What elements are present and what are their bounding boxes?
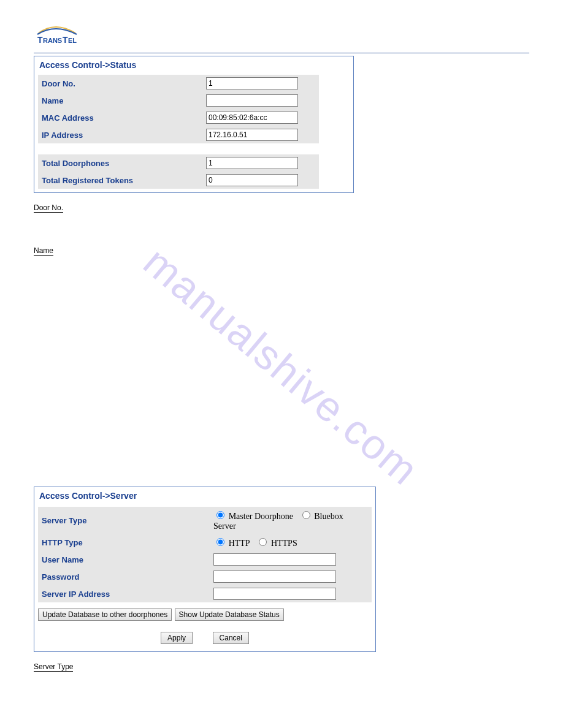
svg-text:T: T [63, 35, 68, 45]
table-row: Name [38, 92, 319, 109]
desc-mac-head: MAC Address [34, 289, 79, 298]
table-row: Server Type Master Doorphone Bluebox Ser… [38, 507, 372, 534]
desc-name-head: Name [34, 246, 53, 256]
door-no-label: Door No. [38, 75, 202, 92]
total-doorphones-input[interactable] [206, 157, 298, 169]
table-row: Password [38, 568, 372, 585]
mac-address-input[interactable] [206, 112, 298, 124]
desc-total-body: Displays the total number of doorphones … [34, 373, 529, 395]
cancel-button[interactable]: Cancel [213, 632, 249, 644]
http-type-https-radio[interactable] [259, 538, 267, 546]
desc-name-body: Displays the Doorphone Name provisioned … [34, 257, 529, 279]
svg-text:EL: EL [68, 37, 77, 44]
http-type-label: HTTP Type [38, 534, 210, 551]
server-section-body: The Server page is used to create an acc… [34, 415, 529, 437]
svg-text:T: T [37, 35, 43, 45]
mac-address-label: MAC Address [38, 109, 202, 126]
server-panel-title: Access Control->Server [34, 487, 375, 507]
server-type-master-radio[interactable] [216, 511, 224, 519]
desc-door-no-head: Door No. [34, 203, 63, 213]
server-section-head: 6.2 Server [34, 405, 67, 414]
status-panel: Access Control->Status Door No. Name MAC… [34, 56, 354, 193]
ip-address-label: IP Address [38, 126, 202, 143]
table-row: HTTP Type HTTP HTTPS [38, 534, 372, 551]
http-type-https-label: HTTPS [271, 539, 297, 548]
server-ip-input[interactable] [213, 588, 336, 600]
desc-ip-head: IP Address [34, 320, 69, 329]
desc-door-no-body: This field displays the door number that… [34, 214, 529, 236]
user-name-label: User Name [38, 551, 210, 568]
password-label: Password [38, 568, 210, 585]
total-doorphones-label: Total Doorphones [38, 154, 202, 172]
show-update-status-button[interactable]: Show Update Database Status [175, 609, 284, 621]
divider [34, 53, 529, 53]
table-row: User Name [38, 551, 372, 568]
table-row: Total Registered Tokens [38, 172, 319, 189]
status-panel-title: Access Control->Status [34, 56, 353, 75]
user-name-input[interactable] [213, 553, 336, 566]
server-type-master-label: Master Doorphone [229, 512, 293, 521]
apply-button[interactable]: Apply [161, 632, 193, 644]
table-row: Total Doorphones [38, 154, 319, 172]
server-panel: Access Control->Server Server Type Maste… [34, 487, 376, 652]
http-type-http-label: HTTP [229, 539, 250, 548]
table-row: MAC Address [38, 109, 319, 126]
svg-text:RANS: RANS [43, 37, 62, 44]
server-ip-label: Server IP Address [38, 585, 210, 602]
brand-logo: T RANS T EL [34, 25, 89, 47]
name-label: Name [38, 92, 202, 109]
table-row: IP Address [38, 126, 319, 143]
server-type-label: Server Type [38, 507, 210, 534]
status-table: Door No. Name MAC Address IP Address [38, 75, 319, 189]
desc-server-type-head: Server Type [34, 662, 73, 672]
password-input[interactable] [213, 571, 336, 583]
desc-mac-body: Displays the MAC Address of the doorphon… [34, 300, 529, 310]
name-input[interactable] [206, 94, 298, 107]
total-tokens-label: Total Registered Tokens [38, 172, 202, 189]
desc-server-type-body: Select between having a Doorphone host t… [34, 673, 529, 695]
server-type-bluebox-radio[interactable] [302, 511, 310, 519]
desc-ip-body: Displays the IP Address of the doorphone… [34, 331, 529, 352]
server-table: Server Type Master Doorphone Bluebox Ser… [38, 507, 372, 602]
desc-total-head: Total Doorphones [34, 363, 91, 371]
table-row: Door No. [38, 75, 319, 92]
total-tokens-input[interactable] [206, 174, 298, 186]
update-database-button[interactable]: Update Database to other doorphones [38, 609, 172, 621]
ip-address-input[interactable] [206, 129, 298, 141]
table-row: Server IP Address [38, 585, 372, 602]
door-no-input[interactable] [206, 77, 298, 89]
http-type-http-radio[interactable] [216, 538, 224, 546]
